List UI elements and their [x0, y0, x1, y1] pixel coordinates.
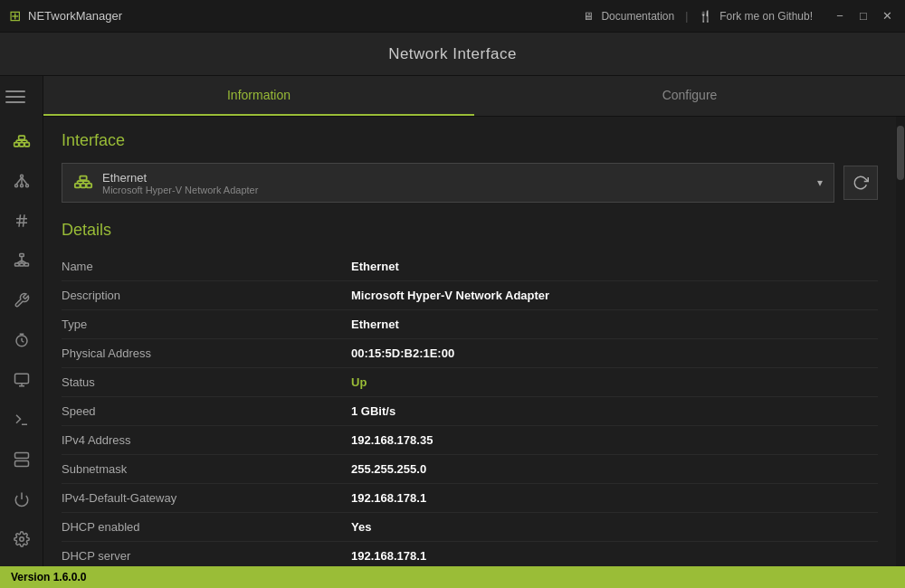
interface-heading: Interface [62, 131, 878, 150]
table-row: DHCP server 192.168.178.1 [62, 542, 878, 566]
doc-icon: 🖥 [583, 10, 594, 23]
svg-rect-23 [24, 263, 29, 266]
interface-name: Ethernet [102, 171, 808, 185]
svg-point-41 [19, 537, 24, 542]
scrollbar-thumb[interactable] [897, 126, 904, 180]
detail-label-name: Name [62, 260, 351, 273]
app-title: NETworkManager [28, 9, 122, 23]
documentation-link[interactable]: Documentation [601, 10, 674, 23]
detail-value-dhcp-server: 192.168.178.1 [351, 549, 426, 563]
sidebar-item-hash[interactable] [4, 203, 40, 239]
statusbar: Version 1.6.0.0 [0, 566, 905, 588]
interface-row: Ethernet Microsoft Hyper-V Network Adapt… [62, 163, 878, 203]
titlebar: ⊞ NETworkManager 🖥 Documentation | 🍴 For… [0, 0, 905, 33]
terminal-icon [14, 412, 30, 428]
detail-label-status: Status [62, 375, 351, 389]
detail-label-dhcp-server: DHCP server [62, 549, 351, 563]
sidebar-hamburger[interactable] [4, 83, 40, 119]
minimize-button[interactable]: − [831, 7, 849, 25]
content-area: Information Configure Interface [43, 76, 905, 566]
titlebar-right: 🖥 Documentation | 🍴 Fork me on Github! −… [583, 7, 896, 25]
sidebar-item-tools[interactable] [4, 282, 40, 318]
svg-point-12 [25, 185, 28, 187]
svg-point-11 [20, 185, 23, 187]
version-text: Version 1.6.0.0 [11, 571, 86, 583]
sidebar-item-settings[interactable] [4, 521, 40, 557]
svg-rect-3 [18, 136, 24, 139]
tabs: Information Configure [43, 76, 905, 117]
refresh-icon [853, 175, 869, 191]
detail-label-dhcp-enabled: DHCP enabled [62, 520, 351, 534]
svg-rect-42 [75, 183, 81, 187]
dropdown-arrow-icon: ▾ [817, 176, 823, 189]
detail-label-type: Type [62, 318, 351, 331]
svg-rect-44 [87, 183, 92, 187]
tab-information[interactable]: Information [43, 76, 474, 116]
svg-rect-37 [14, 461, 28, 467]
detail-label-speed: Speed [62, 404, 351, 418]
table-row: IPv4-Default-Gateway 192.168.178.1 [62, 484, 878, 513]
tools-icon [14, 292, 30, 308]
detail-value-status: Up [351, 375, 367, 389]
table-row: Subnetmask 255.255.255.0 [62, 455, 878, 484]
detail-value-type: Ethernet [351, 318, 399, 331]
svg-rect-32 [14, 374, 28, 384]
sidebar-item-topology[interactable] [4, 163, 40, 199]
window-controls: − □ ✕ [831, 7, 896, 25]
svg-point-9 [20, 175, 23, 177]
svg-line-13 [16, 177, 22, 185]
details-section: Details Name Ethernet Description Micros… [62, 221, 878, 566]
sidebar-item-timer[interactable] [4, 322, 40, 358]
header-bar: Network Interface [0, 33, 905, 76]
svg-rect-2 [24, 143, 29, 147]
settings-icon [14, 531, 30, 547]
ethernet-icon [73, 172, 93, 194]
timer-icon [14, 332, 30, 348]
interface-select-text: Ethernet Microsoft Hyper-V Network Adapt… [102, 171, 808, 195]
sidebar-item-terminal[interactable] [4, 402, 40, 438]
svg-rect-0 [14, 143, 18, 147]
tab-configure[interactable]: Configure [474, 76, 905, 116]
detail-value-speed: 1 GBit/s [351, 404, 395, 418]
topology-icon [14, 173, 30, 189]
sidebar [0, 76, 43, 566]
svg-rect-45 [80, 175, 86, 180]
detail-value-description: Microsoft Hyper-V Network Adapter [351, 289, 549, 302]
separator: | [685, 10, 688, 23]
power-icon [14, 491, 30, 507]
github-link[interactable]: Fork me on Github! [719, 10, 813, 23]
table-row: IPv4 Address 192.168.178.35 [62, 426, 878, 455]
detail-label-description: Description [62, 289, 351, 302]
details-heading: Details [62, 221, 878, 240]
detail-value-physical-address: 00:15:5D:B2:1E:00 [351, 346, 454, 360]
scrollbar-track[interactable] [896, 117, 905, 566]
refresh-button[interactable] [843, 166, 878, 200]
sidebar-item-network[interactable] [4, 123, 40, 159]
sidebar-item-power[interactable] [4, 481, 40, 517]
github-icon: 🍴 [699, 10, 712, 23]
maximize-button[interactable]: □ [854, 7, 872, 25]
app-icon: ⊞ [9, 7, 21, 24]
interface-dropdown[interactable]: Ethernet Microsoft Hyper-V Network Adapt… [62, 163, 834, 203]
table-row: Speed 1 GBit/s [62, 397, 878, 426]
table-row: DHCP enabled Yes [62, 513, 878, 542]
svg-rect-1 [19, 143, 24, 147]
svg-rect-22 [19, 263, 24, 266]
detail-value-dhcp-enabled: Yes [351, 520, 371, 534]
table-row: Type Ethernet [62, 310, 878, 339]
sidebar-item-monitor[interactable] [4, 362, 40, 398]
page-title: Network Interface [388, 45, 517, 63]
sidebar-item-hierarchy[interactable] [4, 242, 40, 279]
svg-rect-36 [14, 453, 28, 459]
detail-value-gateway: 192.168.178.1 [351, 491, 426, 505]
table-row: Name Ethernet [62, 252, 878, 281]
hamburger-icon [5, 83, 38, 110]
detail-label-gateway: IPv4-Default-Gateway [62, 491, 351, 505]
sidebar-item-server[interactable] [4, 441, 40, 478]
close-button[interactable]: ✕ [878, 7, 896, 25]
detail-value-subnetmask: 255.255.255.0 [351, 462, 426, 476]
interface-desc: Microsoft Hyper-V Network Adapter [102, 185, 808, 195]
table-row: Status Up [62, 368, 878, 397]
main-layout: Information Configure Interface [0, 76, 905, 566]
monitor-icon [14, 372, 30, 388]
